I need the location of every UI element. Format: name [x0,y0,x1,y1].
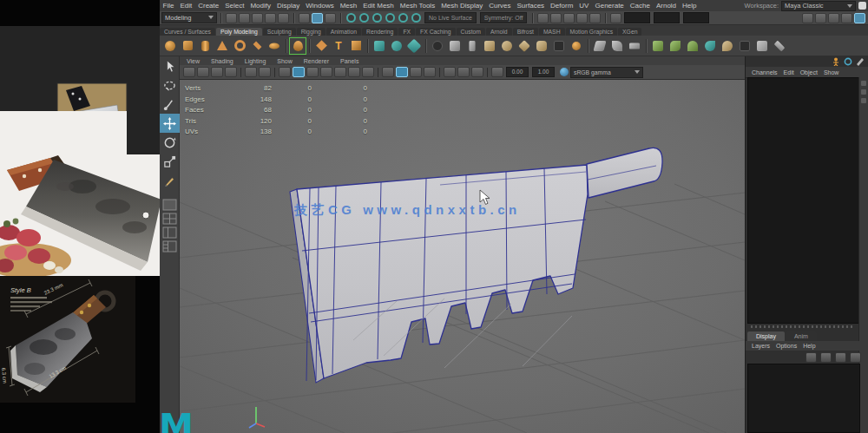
mirror-icon[interactable] [650,38,666,54]
channel-box-tab-icon[interactable] [861,81,866,86]
panel-menu-lighting[interactable]: Lighting [245,58,266,64]
move-layer-down-icon[interactable] [820,352,832,363]
resolution-gate-icon[interactable] [444,67,456,77]
menu-select[interactable]: Select [222,2,247,10]
bookmark-icon[interactable] [225,67,237,77]
film-gate-icon[interactable] [457,67,470,77]
bridge-icon[interactable] [551,38,567,54]
quad-draw-icon[interactable] [592,38,608,54]
gamma-icon[interactable] [491,67,503,77]
tool-settings-tab-icon[interactable] [861,98,866,103]
shelf-tab-animation[interactable]: Animation [326,28,361,36]
paint-weights-icon[interactable] [720,38,735,54]
select-hierarchy-icon[interactable] [299,13,310,23]
panel-menu-panels[interactable]: Panels [340,58,358,64]
coordinate-input-y[interactable] [654,12,680,23]
exposure-field[interactable]: 0.00 [506,67,529,77]
type-tool-icon[interactable]: T [331,38,346,54]
layer-list[interactable] [747,364,860,433]
open-scene-icon[interactable] [239,13,250,23]
poly-cylinder-icon[interactable] [197,38,213,54]
shelf-tab-bifrost[interactable]: Bifrost [513,28,538,36]
make-object-live-icon[interactable] [411,13,421,23]
rotate-tool[interactable] [160,133,180,152]
multi-cut-icon[interactable] [569,38,584,54]
camera-attributes-icon[interactable] [828,13,839,23]
object-menu[interactable]: Object [800,69,818,75]
save-scene-icon[interactable] [252,13,263,23]
shadows-icon[interactable] [348,67,360,77]
boolean-icon[interactable] [499,38,515,54]
separate-icon[interactable] [464,38,480,54]
menu-help[interactable]: Help [680,2,700,10]
cut-uv-icon[interactable] [754,38,770,54]
menu-modify[interactable]: Modify [247,2,274,10]
shaded-mode-icon[interactable] [306,67,319,77]
menu-generate[interactable]: Generate [592,2,627,10]
render-settings-icon[interactable] [589,13,601,23]
2d-pan-zoom-icon[interactable] [259,67,271,77]
symmetry-icon[interactable] [667,38,683,54]
panel-menu-show[interactable]: Show [277,58,293,64]
wireframe-on-shaded-icon[interactable] [396,67,408,77]
snap-to-view-plane-icon[interactable] [398,13,408,23]
create-joint-icon[interactable] [372,38,387,54]
render-current-frame-icon[interactable] [563,13,575,23]
shelf-tab-mash[interactable]: MASH [539,28,565,36]
sculpt-tool-icon[interactable] [290,38,306,54]
layout-outliner-persp-button[interactable] [162,240,177,253]
ik-handle-icon[interactable] [389,38,404,54]
menu-mesh-tools[interactable]: Mesh Tools [397,2,437,10]
extrude-icon[interactable] [516,38,532,54]
layout-single-pane-button[interactable] [162,199,177,211]
scale-tool[interactable] [160,152,180,171]
combine-icon[interactable] [447,38,463,54]
smooth-icon[interactable] [482,38,497,54]
uv-editor-icon[interactable] [737,38,753,54]
shelf-tab-fx[interactable]: FX [398,28,415,36]
xray-icon[interactable] [410,67,422,77]
layer-tab-display[interactable]: Display [747,331,785,341]
show-menu[interactable]: Show [824,69,839,75]
shelf-tab-rigging[interactable]: Rigging [297,28,326,36]
panel-menu-view[interactable]: View [187,58,200,64]
shelf-tab-arnold[interactable]: Arnold [486,28,512,36]
shelf-tab-sculpting[interactable]: Sculpting [263,28,296,36]
sew-uv-icon[interactable] [772,38,787,54]
curve-precision-icon[interactable] [815,13,826,23]
new-scene-icon[interactable] [226,13,237,23]
menu-cache[interactable]: Cache [627,2,653,10]
move-layer-up-icon[interactable] [806,352,817,363]
snap-to-curve-icon[interactable] [359,13,369,23]
ipr-render-icon[interactable] [576,13,588,23]
menu-display[interactable]: Display [274,2,303,10]
poly-plane-icon[interactable] [249,38,265,54]
options-menu[interactable]: Options [776,343,797,349]
layer-tab-anim[interactable]: Anim [786,331,817,341]
field-chart-icon[interactable] [471,67,483,77]
screen-space-ao-icon[interactable] [362,67,374,77]
menu-edit[interactable]: Edit [177,2,195,10]
channel-box-content[interactable] [747,77,860,324]
help-menu[interactable]: Help [803,343,815,349]
workspace-dropdown[interactable]: Maya Classic [781,1,856,11]
crease-icon[interactable] [685,38,700,54]
live-surface-field[interactable]: No Live Surface [424,12,477,23]
camera-attributes-icon[interactable] [211,67,223,77]
open-render-view-icon[interactable] [550,13,562,23]
menu-edit-mesh[interactable]: Edit Mesh [360,2,398,10]
layout-two-pane-button[interactable] [162,226,177,239]
modeling-toolkit-toggle-icon[interactable] [854,13,865,23]
undo-icon[interactable] [265,13,276,23]
menu-deform[interactable]: Deform [548,2,576,10]
xray-joints-icon[interactable] [424,67,436,77]
curve-star-icon[interactable] [313,38,329,54]
redo-icon[interactable] [278,13,289,23]
input-field-mode-icon[interactable] [610,13,621,23]
menu-set-dropdown[interactable]: Modeling [161,12,217,23]
viewport-scene[interactable]: Verts 82 0 0 Edges 148 0 0 Faces 68 0 0 [180,80,745,433]
poly-disc-icon[interactable] [266,38,282,54]
pane-layout-icon[interactable] [841,13,852,23]
attribute-editor-icon[interactable] [856,57,865,66]
edge-flow-icon[interactable] [627,38,642,54]
